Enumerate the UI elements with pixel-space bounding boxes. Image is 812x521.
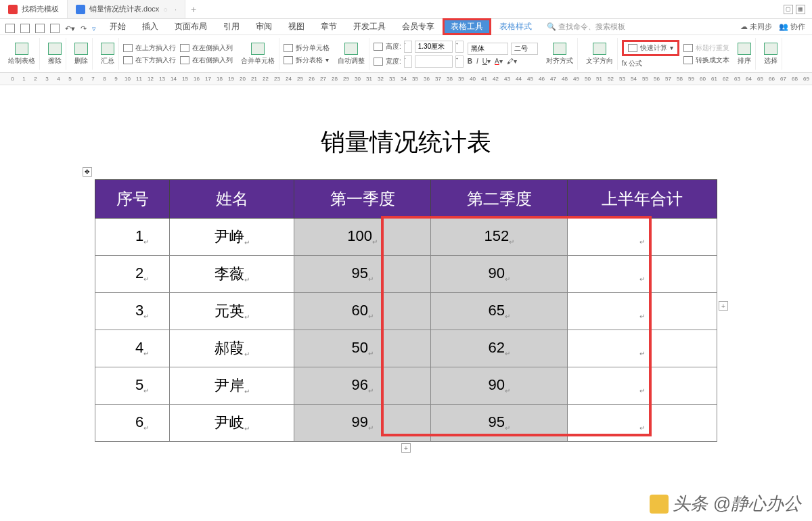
cell-q1[interactable]: 50↵ (294, 330, 431, 367)
quick-calc-button[interactable]: 快速计算▾ (622, 40, 679, 56)
convert-text-button[interactable]: 转换成文本 (683, 55, 729, 65)
tab-close-icon[interactable]: · (175, 5, 177, 14)
cell-q2[interactable]: 95↵ (431, 405, 568, 442)
cell-name[interactable]: 郝葭↵ (170, 330, 294, 367)
cell-index[interactable]: 3↵ (95, 293, 170, 330)
cell-total[interactable]: ↵ (568, 256, 717, 293)
menu-view[interactable]: 视图 (280, 18, 313, 35)
height-input[interactable] (415, 41, 453, 53)
split-cell-button[interactable]: 拆分单元格 (284, 43, 330, 53)
italic-button[interactable]: I (476, 58, 478, 65)
cell-q1[interactable]: 60↵ (294, 293, 431, 330)
sync-status[interactable]: ☁ 未同步 (740, 22, 772, 32)
menu-insert[interactable]: 插入 (134, 18, 166, 35)
menu-start[interactable]: 开始 (102, 18, 134, 35)
cell-name[interactable]: 元英↵ (170, 293, 294, 330)
app-tab-templates[interactable]: 找稻壳模板 (0, 0, 68, 18)
merge-cells-icon[interactable] (251, 43, 265, 55)
align-icon[interactable] (553, 43, 566, 55)
tab-pin-icon[interactable]: ○ (163, 5, 168, 14)
width-spinner-up[interactable]: + (455, 55, 464, 68)
cell-name[interactable]: 尹峥↵ (170, 219, 294, 256)
split-table-button[interactable]: 拆分表格▾ (284, 55, 330, 65)
bold-button[interactable]: B (468, 58, 472, 65)
cell-index[interactable]: 1↵ (95, 219, 170, 256)
th-q1[interactable]: 第一季度 (294, 180, 431, 219)
new-tab-button[interactable]: + (185, 4, 202, 15)
window-layout-icon[interactable]: ▢ (784, 5, 793, 14)
insert-left-button[interactable]: 在左侧插入列 (180, 43, 233, 53)
add-row-button[interactable]: + (401, 443, 411, 453)
cell-index[interactable]: 6↵ (95, 405, 170, 442)
redo-button[interactable]: ↷ (81, 24, 87, 33)
cell-total[interactable]: ↵ (568, 330, 717, 367)
select-icon[interactable] (764, 43, 777, 55)
th-total[interactable]: 上半年合计 (568, 180, 717, 219)
font-size-select[interactable] (511, 43, 538, 55)
th-q2[interactable]: 第二季度 (431, 180, 568, 219)
height-spinner-down[interactable]: - (404, 41, 412, 53)
cell-q1[interactable]: 95↵ (294, 256, 431, 293)
th-name[interactable]: 姓名 (170, 180, 294, 219)
menu-table-style[interactable]: 表格样式 (491, 18, 540, 35)
window-grid-icon[interactable]: ▦ (796, 5, 805, 14)
width-input[interactable] (415, 55, 453, 68)
cell-index[interactable]: 4↵ (95, 330, 170, 367)
table-move-handle[interactable]: ✥ (83, 167, 92, 177)
underline-button[interactable]: U▾ (482, 58, 491, 65)
preview-icon[interactable] (50, 24, 60, 33)
font-color-button[interactable]: A▾ (495, 58, 503, 65)
highlight-button[interactable]: 🖍▾ (507, 58, 517, 65)
cell-q1[interactable]: 96↵ (294, 367, 431, 405)
th-index[interactable]: 序号 (95, 180, 170, 219)
sort-icon[interactable] (738, 43, 751, 55)
command-search[interactable]: 🔍 查找命令、搜索模板 (547, 22, 625, 32)
insert-below-button[interactable]: 在下方插入行 (123, 55, 176, 65)
eraser-icon[interactable] (48, 43, 62, 55)
menu-reference[interactable]: 引用 (215, 18, 248, 35)
draw-table-icon[interactable] (15, 43, 28, 55)
insert-above-button[interactable]: 在上方插入行 (123, 43, 176, 53)
app-tab-document[interactable]: 销量情况统计表.docx ○ · (68, 0, 185, 18)
cell-total[interactable]: ↵ (568, 293, 717, 330)
formula-button[interactable]: fx 公式 (622, 59, 679, 68)
sales-table[interactable]: 序号 姓名 第一季度 第二季度 上半年合计 1↵尹峥↵100↵152↵↵ 2↵李… (95, 179, 717, 442)
cell-total[interactable]: ↵ (568, 367, 717, 405)
qat-dropdown[interactable]: ▿ (92, 24, 96, 33)
add-column-button[interactable]: + (719, 301, 728, 311)
save-icon[interactable] (20, 24, 30, 33)
cell-q2[interactable]: 62↵ (431, 330, 568, 367)
cell-total[interactable]: ↵ (568, 219, 717, 256)
cell-name[interactable]: 尹岸↵ (170, 367, 294, 405)
print-icon[interactable] (35, 24, 45, 33)
cell-index[interactable]: 2↵ (95, 256, 170, 293)
cell-q1[interactable]: 100↵ (294, 219, 431, 256)
menu-icon[interactable] (5, 24, 15, 33)
horizontal-ruler[interactable]: document.write(Array.from({length:70},(_… (0, 73, 812, 85)
cell-q1[interactable]: 99↵ (294, 405, 431, 442)
height-spinner-up[interactable]: + (455, 41, 464, 53)
cell-name[interactable]: 李薇↵ (170, 256, 294, 293)
font-family-select[interactable] (468, 43, 508, 55)
menu-chapter[interactable]: 章节 (313, 18, 345, 35)
cell-q2[interactable]: 152↵ (431, 219, 568, 256)
menu-table-tools[interactable]: 表格工具 (443, 18, 491, 35)
delete-icon[interactable] (74, 43, 88, 55)
undo-button[interactable]: ↶▾ (65, 24, 75, 33)
cell-q2[interactable]: 90↵ (431, 256, 568, 293)
width-spinner-down[interactable]: - (404, 55, 412, 68)
autofit-icon[interactable] (344, 43, 358, 55)
menu-member[interactable]: 会员专享 (394, 18, 443, 35)
menu-review[interactable]: 审阅 (248, 18, 280, 35)
menu-page-layout[interactable]: 页面布局 (166, 18, 215, 35)
cell-total[interactable]: ↵ (568, 405, 717, 442)
summary-icon[interactable] (101, 43, 114, 55)
repeat-header-button[interactable]: 标题行重复 (683, 43, 729, 53)
cell-index[interactable]: 5↵ (95, 367, 170, 405)
text-direction-icon[interactable] (593, 43, 606, 55)
cell-name[interactable]: 尹岐↵ (170, 405, 294, 442)
document-canvas[interactable]: 销量情况统计表 ✥ 序号 姓名 第一季度 第二季度 上半年合计 1↵尹峥↵100… (0, 85, 812, 442)
cell-q2[interactable]: 65↵ (431, 293, 568, 330)
cell-q2[interactable]: 90↵ (431, 367, 568, 405)
insert-right-button[interactable]: 在右侧插入列 (180, 55, 233, 65)
